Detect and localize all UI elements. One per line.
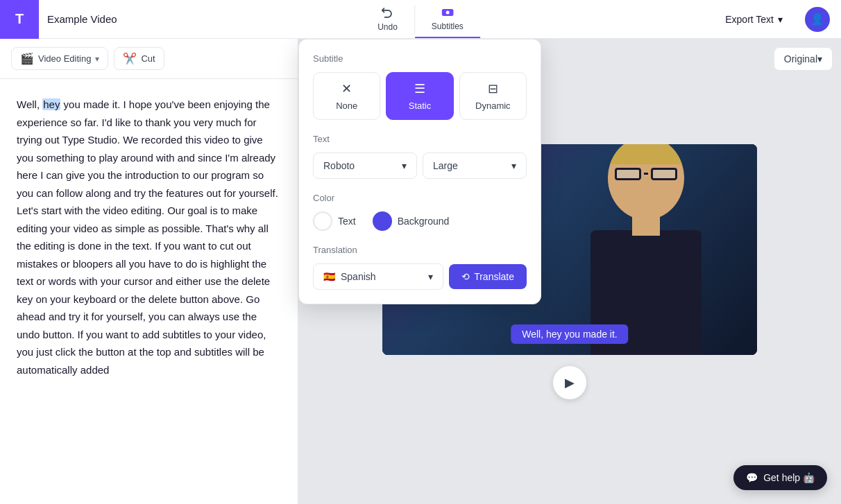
highlighted-word: hey: [42, 98, 60, 110]
app-logo: T: [0, 0, 39, 39]
language-selector[interactable]: 🇪🇸 Spanish ▾: [313, 263, 443, 290]
undo-icon: [380, 6, 394, 20]
font-chevron-icon: ▾: [402, 160, 407, 171]
text-editor: Well, hey you made it. I hope you've bee…: [0, 79, 298, 504]
head: [608, 144, 684, 220]
avatar[interactable]: 👤: [805, 7, 830, 32]
get-help-label: Get help 🤖: [763, 472, 815, 483]
original-chevron-icon: ▾: [817, 53, 822, 64]
glasses: [615, 168, 677, 180]
chat-icon: 💬: [746, 472, 758, 483]
color-section-label: Color: [313, 193, 527, 203]
cut-icon: ✂️: [123, 52, 137, 65]
subtitles-label: Subtitles: [432, 21, 464, 31]
dynamic-option[interactable]: ⊟ Dynamic: [459, 72, 527, 120]
undo-button[interactable]: Undo: [361, 1, 414, 37]
background-color-label: Background: [398, 216, 450, 227]
translation-row: 🇪🇸 Spanish ▾ ⟲ Translate: [313, 263, 527, 290]
static-option[interactable]: ☰ Static: [386, 72, 453, 120]
font-label: Roboto: [323, 160, 355, 171]
subtitle-text: Well, hey you made it.: [522, 329, 617, 340]
export-button[interactable]: Export Text ▾: [714, 8, 794, 31]
video-icon: 🎬: [20, 52, 34, 65]
size-selector[interactable]: Large ▾: [423, 153, 527, 179]
none-label: None: [336, 101, 357, 111]
dynamic-icon: ⊟: [488, 81, 498, 96]
hair: [608, 144, 684, 164]
static-label: Static: [409, 101, 432, 111]
original-selector: Original ▾: [774, 47, 833, 71]
subtitles-icon: [441, 6, 455, 19]
glasses-bridge: [644, 173, 648, 175]
subtitle-section-label: Subtitle: [313, 53, 527, 64]
original-button[interactable]: Original ▾: [774, 47, 833, 71]
undo-label: Undo: [377, 22, 398, 32]
video-editing-label: Video Editing: [38, 53, 91, 64]
app-title: Example Video: [39, 13, 117, 25]
left-panel: 🎬 Video Editing ▾ ✂️ Cut Well, hey you m…: [0, 39, 298, 504]
text-section: Text Roboto ▾ Large ▾: [313, 134, 527, 179]
header: T Example Video Undo Subtitles Export Te…: [0, 0, 841, 39]
subtitle-type-options: ✕ None ☰ Static ⊟ Dynamic: [313, 72, 527, 120]
text-options-row: Roboto ▾ Large ▾: [313, 153, 527, 179]
color-options-row: Text Background: [313, 211, 527, 231]
play-icon: ▶: [565, 375, 575, 390]
font-selector[interactable]: Roboto ▾: [313, 153, 417, 179]
translation-section: Translation 🇪🇸 Spanish ▾ ⟲ Translate: [313, 245, 527, 290]
size-label: Large: [433, 160, 458, 171]
lang-chevron-icon: ▾: [428, 271, 433, 282]
translate-button[interactable]: ⟲ Translate: [449, 264, 527, 289]
subtitle-section: Subtitle ✕ None ☰ Static ⊟ Dynamic: [313, 53, 527, 120]
right-lens: [651, 168, 677, 180]
text-section-label: Text: [313, 134, 527, 144]
dynamic-label: Dynamic: [475, 101, 511, 111]
translation-section-label: Translation: [313, 245, 527, 255]
text-color-item: Text: [313, 211, 356, 231]
video-subtitle: Well, hey you made it.: [511, 324, 628, 344]
cut-label: Cut: [141, 53, 155, 64]
size-chevron-icon: ▾: [511, 160, 516, 171]
text-color-circle[interactable]: [313, 211, 332, 231]
translate-icon: ⟲: [461, 271, 470, 282]
transcript-text: Well, hey you made it. I hope you've bee…: [17, 96, 281, 379]
play-button[interactable]: ▶: [553, 366, 586, 399]
language-label: Spanish: [341, 271, 376, 282]
none-option[interactable]: ✕ None: [313, 72, 380, 120]
flag-icon: 🇪🇸: [323, 271, 335, 282]
cut-button[interactable]: ✂️ Cut: [114, 47, 164, 70]
logo-text: T: [15, 11, 24, 27]
get-help-button[interactable]: 💬 Get help 🤖: [733, 465, 827, 490]
static-icon: ☰: [414, 81, 425, 96]
header-right: Export Text ▾ 👤: [714, 7, 841, 32]
chevron-icon: ▾: [95, 54, 99, 64]
video-editing-button[interactable]: 🎬 Video Editing ▾: [11, 47, 108, 70]
subtitle-panel: Subtitle ✕ None ☰ Static ⊟ Dynamic Text: [298, 39, 541, 304]
original-label: Original: [784, 53, 817, 64]
none-icon: ✕: [341, 81, 352, 96]
header-nav: Undo Subtitles: [361, 0, 480, 38]
color-section: Color Text Background: [313, 193, 527, 231]
svg-point-1: [445, 11, 449, 15]
text-color-label: Text: [338, 216, 356, 227]
main-layout: 🎬 Video Editing ▾ ✂️ Cut Well, hey you m…: [0, 39, 841, 504]
toolbar: 🎬 Video Editing ▾ ✂️ Cut: [0, 39, 298, 79]
background-color-circle[interactable]: [373, 211, 392, 231]
chevron-down-icon: ▾: [778, 14, 783, 25]
subtitles-button[interactable]: Subtitles: [415, 0, 480, 38]
export-label: Export Text: [725, 14, 774, 25]
left-lens: [615, 168, 641, 180]
background-color-item: Background: [373, 211, 450, 231]
translate-label: Translate: [474, 271, 514, 282]
